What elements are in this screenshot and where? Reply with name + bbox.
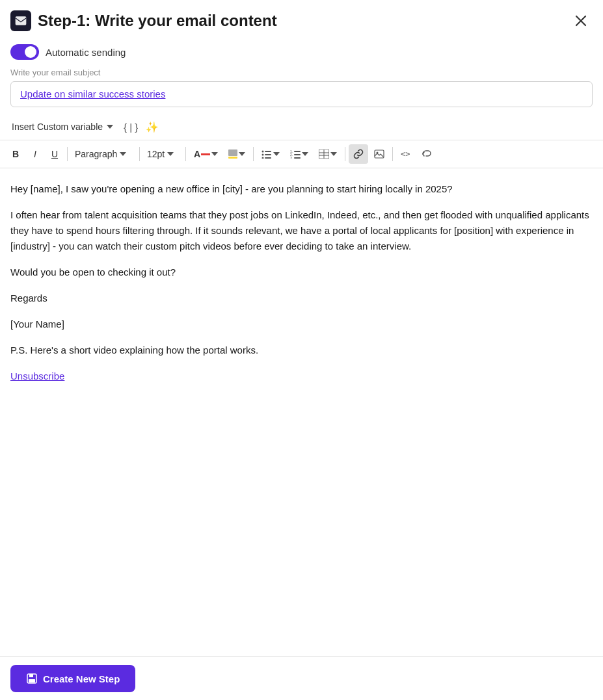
- font-size-select[interactable]: 12pt: [143, 144, 182, 164]
- svg-point-9: [262, 157, 264, 159]
- subject-input-wrapper[interactable]: Update on similar success stories: [10, 81, 593, 107]
- svg-text:<>: <>: [401, 149, 410, 159]
- email-paragraph-1: Hey [name], I saw you're opening a new o…: [10, 181, 593, 197]
- unordered-list-button[interactable]: [257, 144, 284, 164]
- editor-area[interactable]: Hey [name], I saw you're opening a new o…: [0, 168, 603, 656]
- editor-toolbar: B I U Paragraph 12pt A: [0, 140, 603, 168]
- table-chevron-icon: [330, 152, 337, 156]
- email-ps: P.S. Here's a short video explaining how…: [10, 343, 593, 358]
- email-paragraph-2: I often hear from talent acquisition tea…: [10, 207, 593, 254]
- subject-section: Write your email subject Update on simil…: [0, 68, 603, 112]
- font-size-label: 12pt: [147, 149, 165, 159]
- svg-rect-0: [16, 16, 27, 25]
- bottom-bar: Create New Step: [0, 656, 603, 700]
- svg-rect-21: [375, 150, 384, 158]
- svg-rect-6: [265, 151, 271, 152]
- svg-text:3.: 3.: [290, 156, 293, 159]
- mail-icon: [10, 10, 31, 31]
- undo-button[interactable]: [417, 144, 436, 164]
- page-container: Step-1: Write your email content Automat…: [0, 0, 603, 700]
- divider-3: [185, 147, 186, 161]
- divider-6: [392, 147, 393, 161]
- svg-rect-10: [265, 157, 271, 159]
- image-button[interactable]: [369, 144, 389, 164]
- highlight-chevron-icon: [239, 152, 245, 156]
- table-button[interactable]: [314, 144, 342, 164]
- email-regards: Regards: [10, 291, 593, 306]
- ordered-list-button[interactable]: 1.2.3.: [286, 144, 313, 164]
- divider-1: [67, 147, 68, 161]
- ul-chevron-icon: [273, 152, 280, 156]
- email-your-name: [Your Name]: [10, 317, 593, 332]
- create-new-step-button[interactable]: Create New Step: [10, 665, 135, 692]
- automatic-sending-toggle[interactable]: [10, 44, 39, 60]
- fontsize-chevron-icon: [167, 152, 174, 156]
- svg-rect-3: [228, 149, 237, 156]
- email-paragraph-3: Would you be open to checking it out?: [10, 265, 593, 280]
- paragraph-chevron-icon: [120, 152, 126, 156]
- custom-variable-row: Insert Custom variable { | } ✨: [0, 112, 603, 140]
- svg-rect-14: [294, 154, 301, 155]
- save-icon: [26, 673, 38, 684]
- svg-rect-8: [265, 154, 271, 155]
- subject-label: Write your email subject: [10, 68, 593, 77]
- toggle-label: Automatic sending: [46, 47, 126, 58]
- ol-chevron-icon: [302, 152, 308, 156]
- highlight-indicator: [228, 149, 237, 159]
- divider-4: [253, 147, 254, 161]
- underline-button[interactable]: U: [46, 144, 64, 164]
- subject-value[interactable]: Update on similar success stories: [20, 88, 165, 99]
- unsubscribe-link[interactable]: Unsubscribe: [10, 370, 64, 382]
- svg-rect-12: [294, 151, 301, 152]
- close-button[interactable]: [572, 12, 590, 30]
- custom-variable-label: Insert Custom variable: [12, 122, 103, 132]
- svg-point-5: [262, 151, 264, 153]
- svg-rect-26: [29, 679, 35, 682]
- divider-5: [345, 147, 345, 161]
- insert-custom-variable-button[interactable]: Insert Custom variable: [10, 119, 114, 135]
- svg-rect-25: [29, 674, 33, 677]
- link-button[interactable]: [349, 144, 368, 164]
- divider-2: [139, 147, 140, 161]
- code-button[interactable]: <>: [396, 144, 416, 164]
- page-title: Step-1: Write your email content: [38, 12, 277, 30]
- paragraph-label: Paragraph: [75, 149, 117, 159]
- text-color-indicator: A: [194, 149, 210, 159]
- chevron-down-icon: [107, 125, 113, 129]
- bold-button[interactable]: B: [7, 144, 25, 164]
- text-color-chevron-icon: [211, 152, 218, 156]
- svg-rect-16: [294, 157, 301, 159]
- text-color-button[interactable]: A: [189, 144, 222, 164]
- create-step-label: Create New Step: [43, 673, 120, 684]
- toggle-row: Automatic sending: [0, 39, 603, 68]
- italic-button[interactable]: I: [26, 144, 44, 164]
- curly-braces-icon[interactable]: { | }: [124, 122, 138, 133]
- highlight-color-button[interactable]: [224, 144, 250, 164]
- paragraph-select[interactable]: Paragraph: [71, 144, 136, 164]
- header: Step-1: Write your email content: [0, 0, 603, 39]
- magic-wand-icon[interactable]: ✨: [146, 121, 159, 133]
- svg-point-7: [262, 154, 264, 156]
- header-left: Step-1: Write your email content: [10, 10, 277, 31]
- svg-rect-4: [228, 157, 237, 159]
